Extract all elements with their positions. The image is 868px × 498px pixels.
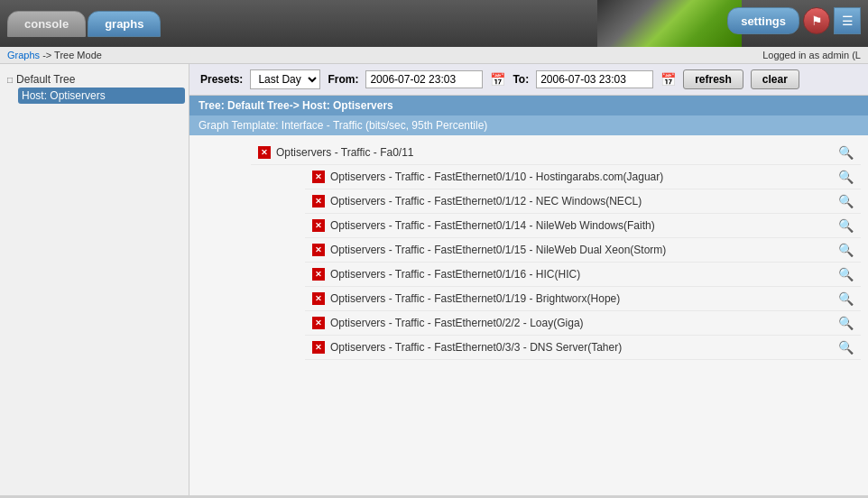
graph-item: ✕ Optiservers - Traffic - FastEthernet0/…: [305, 263, 861, 287]
refresh-button[interactable]: refresh: [683, 69, 743, 89]
zoom-icon[interactable]: 🔍: [838, 194, 854, 208]
logged-in-text: Logged in as admin (L: [762, 50, 861, 60]
from-calendar-icon[interactable]: 📅: [490, 72, 505, 87]
graph-item-label: Optiservers - Traffic - FastEthernet0/1/…: [330, 292, 833, 305]
presets-label: Presets:: [200, 73, 243, 86]
graph-error-icon: ✕: [312, 219, 325, 232]
alert-icon-button[interactable]: ⚑: [803, 7, 830, 34]
to-calendar-icon[interactable]: 📅: [660, 72, 676, 87]
breadcrumb: Graphs -> Tree Mode: [7, 50, 102, 60]
from-label: From:: [328, 73, 358, 86]
graph-error-icon: ✕: [312, 244, 325, 256]
sidebar-host-label: Host: Optiservers: [22, 89, 106, 102]
zoom-icon[interactable]: 🔍: [838, 340, 854, 355]
tree-toggle-icon: □: [7, 75, 13, 85]
graph-error-icon: ✕: [312, 317, 325, 329]
graph-item-label: Optiservers - Traffic - FastEthernet0/1/…: [330, 219, 833, 232]
graph-template-header: Graph Template: Interface - Traffic (bit…: [189, 115, 868, 135]
zoom-icon[interactable]: 🔍: [838, 145, 854, 160]
graph-item: ✕ Optiservers - Traffic - Fa0/11 🔍: [251, 141, 861, 165]
graph-item: ✕ Optiservers - Traffic - FastEthernet0/…: [305, 189, 861, 214]
to-input[interactable]: [536, 70, 653, 88]
from-input[interactable]: [365, 70, 483, 88]
clear-button[interactable]: clear: [751, 69, 799, 89]
settings-button[interactable]: settings: [727, 7, 799, 34]
sidebar-item-host-optiservers[interactable]: Host: Optiservers: [18, 88, 185, 104]
zoom-icon[interactable]: 🔍: [838, 218, 854, 233]
graph-error-icon: ✕: [312, 195, 325, 208]
zoom-icon[interactable]: 🔍: [838, 243, 854, 257]
header: console graphs settings ⚑ ☰: [0, 0, 868, 47]
to-label: To:: [512, 73, 529, 86]
graph-item: ✕ Optiservers - Traffic - FastEthernet0/…: [305, 287, 861, 311]
graph-error-icon: ✕: [312, 171, 325, 183]
tab-console[interactable]: console: [7, 11, 86, 37]
graph-item: ✕ Optiservers - Traffic - FastEthernet0/…: [305, 214, 861, 238]
graph-item: ✕ Optiservers - Traffic - FastEthernet0/…: [305, 238, 861, 263]
graph-item-label: Optiservers - Traffic - FastEthernet0/1/…: [330, 244, 833, 256]
graph-item-label: Optiservers - Traffic - FastEthernet0/2/…: [330, 317, 833, 329]
presets-select[interactable]: Last Day: [250, 69, 320, 89]
graph-error-icon: ✕: [258, 146, 271, 159]
zoom-icon[interactable]: 🔍: [838, 316, 854, 330]
toolbar: Presets: Last Day From: 📅 To: 📅 refresh …: [189, 64, 868, 96]
breadcrumb-bar: Graphs -> Tree Mode Logged in as admin (…: [0, 47, 868, 64]
graph-item: ✕ Optiservers - Traffic - FastEthernet0/…: [305, 311, 861, 336]
breadcrumb-current: Tree Mode: [54, 50, 102, 60]
breadcrumb-arrow: ->: [42, 50, 51, 60]
tab-graphs[interactable]: graphs: [88, 11, 161, 37]
zoom-icon[interactable]: 🔍: [838, 170, 854, 184]
header-right-buttons: settings ⚑ ☰: [727, 7, 861, 34]
zoom-icon[interactable]: 🔍: [838, 291, 854, 306]
graph-error-icon: ✕: [312, 341, 325, 354]
graph-item-label: Optiservers - Traffic - FastEthernet0/1/…: [330, 195, 833, 208]
header-logo: [597, 0, 742, 47]
content-area: Presets: Last Day From: 📅 To: 📅 refresh …: [189, 64, 868, 495]
sidebar: □ Default Tree Host: Optiservers: [0, 64, 189, 495]
main-layout: □ Default Tree Host: Optiservers Presets…: [0, 64, 868, 495]
sidebar-item-default-tree[interactable]: □ Default Tree: [4, 71, 185, 88]
menu-icon-button[interactable]: ☰: [834, 7, 861, 34]
graph-item: ✕ Optiservers - Traffic - FastEthernet0/…: [305, 336, 861, 360]
graph-item-label: Optiservers - Traffic - FastEthernet0/3/…: [330, 341, 833, 354]
zoom-icon[interactable]: 🔍: [838, 267, 854, 281]
graph-item-label: Optiservers - Traffic - FastEthernet0/1/…: [330, 268, 833, 281]
graph-error-icon: ✕: [312, 268, 325, 281]
nav-tabs: console graphs: [7, 11, 161, 37]
graph-item-label: Optiservers - Traffic - Fa0/11: [276, 146, 833, 159]
graph-list: ✕ Optiservers - Traffic - Fa0/11 🔍 ✕ Opt…: [189, 135, 868, 365]
breadcrumb-graphs-link[interactable]: Graphs: [7, 50, 40, 60]
graph-error-icon: ✕: [312, 292, 325, 305]
sidebar-default-tree-label: Default Tree: [16, 73, 75, 86]
graph-item: ✕ Optiservers - Traffic - FastEthernet0/…: [305, 165, 861, 189]
graph-item-label: Optiservers - Traffic - FastEthernet0/1/…: [330, 171, 833, 183]
tree-header: Tree: Default Tree-> Host: Optiservers: [189, 96, 868, 115]
